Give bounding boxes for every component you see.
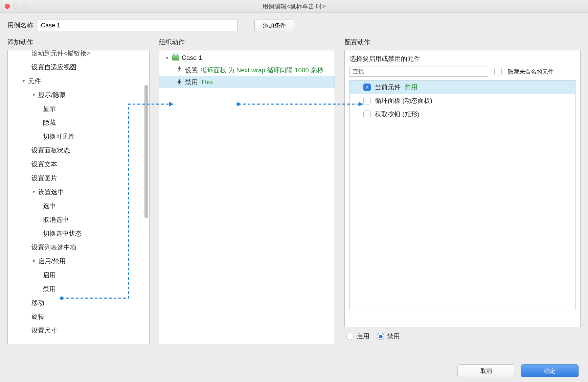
tree-item-toggle-visibility[interactable]: 切换可见性: [8, 129, 149, 143]
chevron-down-icon[interactable]: [31, 92, 36, 97]
chevron-down-icon[interactable]: [31, 189, 36, 194]
action-bolt-icon: [176, 66, 182, 72]
titlebar: 用例编辑<鼠标单击 时>: [0, 0, 588, 13]
tree-item-rotate[interactable]: 旋转: [8, 310, 149, 324]
radio-enable[interactable]: [346, 333, 354, 340]
tree-item-set-panel-state[interactable]: 设置面板状态: [8, 143, 149, 157]
chevron-down-icon[interactable]: [21, 78, 26, 83]
add-action-panel: 滚动到元件<锚链接> 设置自适应视图 元件 显示/隐藏 显示 隐藏 切换可见性 …: [7, 50, 150, 344]
configure-action-header: 配置动作: [344, 35, 581, 50]
checkbox-button[interactable]: [363, 111, 371, 118]
tree-item-set-list-selected[interactable]: 设置列表选中项: [8, 240, 149, 254]
chevron-down-icon[interactable]: [165, 55, 169, 61]
org-case-row[interactable]: Case 1: [159, 52, 335, 64]
case-name-label: 用例名称: [7, 21, 33, 30]
org-action-set-panel[interactable]: 设置 循环面板 为 Next wrap 循环间隔 1000 毫秒: [159, 64, 335, 76]
radio-enable-label: 启用: [357, 332, 369, 341]
footer-buttons: 取消 确定: [457, 364, 579, 377]
add-condition-button[interactable]: 添加条件: [254, 20, 294, 31]
config-title: 选择要启用或禁用的元件: [345, 50, 580, 67]
top-row: 用例名称 添加条件: [0, 13, 588, 35]
tree-item-set-text[interactable]: 设置文本: [8, 157, 149, 171]
window-title: 用例编辑<鼠标单击 时>: [0, 2, 588, 10]
tree-item-selected[interactable]: 选中: [8, 199, 149, 213]
checkbox-current[interactable]: [363, 83, 371, 91]
tree-item-scroll-to-widget[interactable]: 滚动到元件<锚链接>: [8, 50, 149, 60]
case-icon: [172, 55, 179, 61]
organize-action-header: 组织动作: [159, 35, 335, 50]
element-panel-label: 循环面板 (动态面板): [375, 96, 432, 105]
organize-action-panel: Case 1 设置 循环面板 为 Next wrap 循环间隔 1000 毫秒 …: [159, 50, 335, 344]
action-tree[interactable]: 滚动到元件<锚链接> 设置自适应视图 元件 显示/隐藏 显示 隐藏 切换可见性 …: [8, 50, 149, 344]
tree-item-enable-disable[interactable]: 启用/禁用: [8, 254, 149, 268]
element-row-current[interactable]: 当前元件 禁用: [350, 80, 575, 94]
configure-action-panel: 选择要启用或禁用的元件 隐藏未命名的元件 当前元件 禁用 循环面板 (动态面板): [344, 50, 581, 327]
tree-item-widgets[interactable]: 元件: [8, 74, 149, 88]
tree-item-move[interactable]: 移动: [8, 296, 149, 310]
org-case-label: Case 1: [182, 54, 202, 62]
tree-item-set-image[interactable]: 设置图片: [8, 171, 149, 185]
tree-item-set-adaptive-view[interactable]: 设置自适应视图: [8, 60, 149, 74]
org-action1-body: 循环面板 为 Next wrap 循环间隔 1000 毫秒: [201, 66, 323, 75]
radio-disable[interactable]: [377, 333, 384, 340]
hide-unnamed-checkbox[interactable]: [494, 68, 502, 75]
search-input[interactable]: [349, 67, 488, 77]
element-current-state: 禁用: [405, 83, 417, 92]
element-row-button[interactable]: 获取按钮 (矩形): [350, 108, 575, 121]
tree-item-set-selected[interactable]: 设置选中: [8, 185, 149, 199]
chevron-down-icon[interactable]: [31, 259, 36, 264]
radio-disable-label: 禁用: [387, 332, 400, 341]
enable-disable-radio-group: 启用 禁用: [344, 327, 581, 341]
add-action-header: 添加动作: [7, 35, 150, 50]
tree-item-hide[interactable]: 隐藏: [8, 116, 149, 129]
hide-unnamed-label: 隐藏未命名的元件: [508, 68, 554, 76]
checkbox-panel[interactable]: [363, 97, 371, 104]
org-action1-prefix: 设置: [185, 66, 198, 75]
element-row-panel[interactable]: 循环面板 (动态面板): [350, 94, 575, 108]
element-button-label: 获取按钮 (矩形): [375, 110, 420, 119]
cancel-button[interactable]: 取消: [457, 364, 515, 377]
ok-button[interactable]: 确定: [521, 364, 579, 377]
tree-item-enable[interactable]: 启用: [8, 268, 149, 282]
tree-item-unselected[interactable]: 取消选中: [8, 213, 149, 226]
org-action2-prefix: 禁用: [185, 78, 198, 87]
tree-item-disable[interactable]: 禁用: [8, 282, 149, 296]
tree-item-show[interactable]: 显示: [8, 102, 149, 116]
case-name-input[interactable]: [38, 20, 238, 31]
org-action-disable[interactable]: 禁用 This: [159, 76, 335, 88]
tree-item-toggle-selected[interactable]: 切换选中状态: [8, 226, 149, 240]
element-list: 当前元件 禁用 循环面板 (动态面板) 获取按钮 (矩形): [349, 80, 575, 310]
scrollbar-thumb[interactable]: [144, 85, 148, 218]
element-current-label: 当前元件: [375, 83, 401, 92]
action-bolt-icon: [176, 79, 182, 85]
tree-item-set-size[interactable]: 设置尺寸: [8, 324, 149, 337]
org-action2-target: This: [201, 78, 213, 86]
tree-item-show-hide[interactable]: 显示/隐藏: [8, 88, 149, 102]
